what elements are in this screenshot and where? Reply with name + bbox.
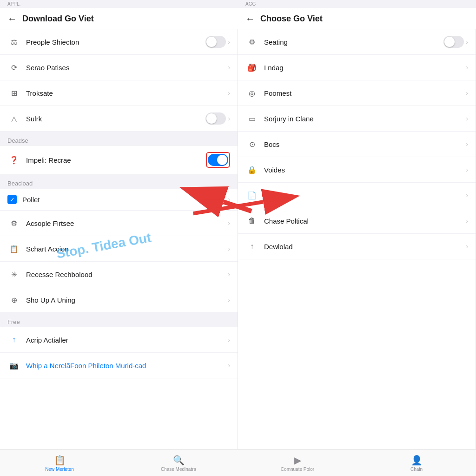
chevron-preople: › [228, 38, 230, 46]
item-label-poomest: Poomest [264, 89, 464, 97]
tab-chase-icon: 🔍 [173, 455, 184, 466]
list-item-serao[interactable]: ⟳ Serao Patises › [0, 55, 238, 80]
chevron-troksate: › [228, 89, 230, 97]
voides-icon: 🔒 [245, 163, 258, 176]
item-label-deeole: Deeole... [264, 192, 464, 199]
left-panel-title: Download Go Viet [22, 14, 94, 24]
toggle-seating[interactable] [443, 36, 464, 48]
seating-icon: ⚙ [245, 35, 258, 48]
list-item-chase[interactable]: 🗑 Chase Poltical › [238, 208, 476, 234]
chevron-poomest: › [466, 89, 468, 97]
list-item-acsople[interactable]: ⚙ Acsople Firtsee › [0, 211, 238, 236]
dewlolad-icon: ↑ [245, 240, 258, 253]
checkbox-pollet[interactable]: ✓ [7, 195, 17, 204]
chevron-seating: › [466, 38, 468, 46]
item-label-acsople: Acsople Firtsee [26, 219, 226, 227]
item-label-seating: Seating [264, 38, 443, 46]
item-label-serao: Serao Patises [26, 64, 226, 72]
chevron-voides: › [466, 166, 468, 173]
list-item-acrip[interactable]: ↑ Acrip Actialler › [0, 327, 238, 353]
app-label-left: APPL. [0, 0, 238, 8]
item-label-chase: Chase Poltical [264, 217, 464, 225]
list-item-deeole[interactable]: 📄 Deeole... › [238, 183, 476, 208]
tab-chain-icon: 👤 [411, 455, 422, 466]
cycle-icon: ⟳ [7, 61, 20, 74]
item-label-impeli: Impeli: Recrae [26, 156, 206, 164]
tab-comnuate-icon: ▶ [292, 455, 303, 466]
list-item-sorjury[interactable]: ▭ Sorjury in Clane › [238, 106, 476, 132]
chevron-chase: › [466, 217, 468, 225]
section-label-free: Free [0, 313, 238, 327]
list-item-schart[interactable]: 📋 Schart Accion › [0, 236, 238, 262]
list-item-poomest[interactable]: ◎ Poomest › [238, 80, 476, 106]
tab-comnuate-label: Comnuate Polor [281, 467, 314, 472]
tab-chase-medinatra[interactable]: 🔍 Chase Medinatra [119, 450, 238, 476]
triangle-icon: △ [7, 112, 20, 125]
item-label-preople: Preople Shiecton [26, 38, 205, 46]
item-label-troksate: Troksate [26, 89, 226, 97]
chevron-acsople: › [228, 219, 230, 227]
chevron-dewlolad: › [466, 243, 468, 250]
tab-chase-label: Chase Medinatra [161, 467, 196, 472]
chevron-sho: › [228, 296, 230, 304]
item-label-recesse: Recesse Rechbolood [26, 271, 226, 278]
chevron-pollet: › [228, 196, 230, 203]
chevron-recesse: › [228, 271, 230, 278]
left-panel: ⚖ Preople Shiecton › ⟳ Serao Patises › ⊞… [0, 29, 238, 449]
item-label-bocs: Bocs [264, 140, 464, 148]
tab-new-merieten[interactable]: 📋 New Merieten [0, 450, 119, 476]
chevron-schart: › [228, 245, 230, 252]
chevron-serao: › [228, 64, 230, 71]
item-label-schart: Schart Accion [26, 245, 226, 253]
tab-chain[interactable]: 👤 Chain [357, 450, 476, 476]
item-label-sho: Sho Up A Uning [26, 296, 226, 304]
item-label-acrip: Acrip Actialler [26, 336, 226, 344]
chevron-sorjury: › [466, 115, 468, 122]
chevron-sulrk: › [228, 115, 230, 122]
list-item-bocs[interactable]: ⊙ Bocs › [238, 132, 476, 157]
list-item-whip[interactable]: 📷 Whip a NerelãFoon Phileton Murid-cad › [0, 353, 238, 378]
item-label-sorjury: Sorjury in Clane [264, 115, 464, 123]
back-arrow-left[interactable]: ← [7, 13, 17, 24]
list-item-troksate[interactable]: ⊞ Troksate › [0, 80, 238, 106]
recesse-icon: ✳ [7, 268, 20, 281]
toggle-preople[interactable] [205, 36, 226, 48]
right-panel: ⚙ Seating › 🎒 I ndag › ◎ Poomest › ▭ Sor… [238, 29, 476, 449]
list-item-dewlolad[interactable]: ↑ Dewlolad › [238, 234, 476, 259]
item-label-voides: Voides [264, 166, 464, 174]
tab-new-icon: 📋 [54, 455, 65, 466]
chevron-bocs: › [466, 140, 468, 148]
tab-new-label: New Merieten [45, 467, 74, 472]
indag-icon: 🎒 [245, 61, 258, 74]
toggle-highlight-box [206, 152, 230, 168]
list-item-indag[interactable]: 🎒 I ndag › [238, 55, 476, 80]
list-item-voides[interactable]: 🔒 Voides › [238, 157, 476, 183]
toggle-impeli[interactable] [208, 154, 228, 166]
chevron-indag: › [466, 64, 468, 71]
item-label-whip: Whip a NerelãFoon Phileton Murid-cad [26, 362, 226, 370]
deeole-icon: 📄 [245, 189, 258, 202]
right-panel-title: Choose Go Viet [260, 14, 323, 24]
item-label-dewlolad: Dewlolad [264, 243, 464, 251]
list-item-preople[interactable]: ⚖ Preople Shiecton › [0, 29, 238, 55]
whip-icon: 📷 [7, 359, 20, 372]
list-item-sulrk[interactable]: △ Sulrk › [0, 106, 238, 132]
tab-chain-label: Chain [410, 467, 423, 472]
list-item-recesse[interactable]: ✳ Recesse Rechbolood › [0, 262, 238, 287]
list-item-impeli[interactable]: ❓ Impeli: Recrae [0, 146, 238, 174]
sho-icon: ⊕ [7, 293, 20, 306]
schart-icon: 📋 [7, 242, 20, 255]
app-label-right: AGG [238, 0, 476, 8]
left-panel-header: ← Download Go Viet [0, 8, 238, 29]
balance-icon: ⚖ [7, 35, 20, 48]
list-item-pollet[interactable]: ✓ Pollet › [0, 189, 238, 211]
item-label-pollet: Pollet [22, 196, 226, 204]
back-arrow-right[interactable]: ← [245, 13, 255, 24]
list-item-seating[interactable]: ⚙ Seating › [238, 29, 476, 55]
bocs-icon: ⊙ [245, 138, 258, 151]
toggle-sulrk[interactable] [205, 112, 226, 125]
poomest-icon: ◎ [245, 86, 258, 99]
list-item-sho[interactable]: ⊕ Sho Up A Uning › [0, 287, 238, 313]
chevron-whip: › [228, 362, 230, 369]
tab-comnuate[interactable]: ▶ Comnuate Polor [238, 450, 357, 476]
